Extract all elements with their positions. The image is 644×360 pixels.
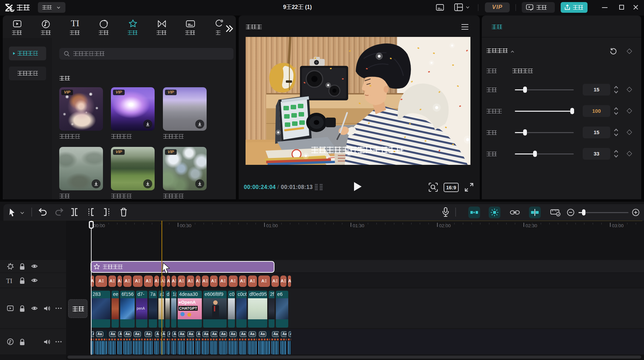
svg-text:A: A [188, 279, 191, 283]
svg-text:A: A [281, 279, 284, 283]
svg-text:A: A [250, 279, 253, 283]
svg-text:A: A [155, 279, 158, 283]
svg-text:A: A [167, 279, 170, 283]
svg-text:A: A [110, 279, 113, 283]
svg-text:A: A [98, 279, 102, 283]
svg-text:A: A [272, 279, 276, 283]
svg-text:A: A [135, 279, 138, 283]
svg-text:A: A [146, 279, 149, 283]
svg-text:A: A [125, 279, 128, 283]
svg-text:A: A [288, 279, 291, 283]
svg-text:A: A [118, 279, 121, 283]
svg-text:A: A [211, 279, 214, 283]
svg-text:A: A [196, 279, 199, 283]
svg-text:A: A [240, 279, 243, 283]
svg-text:A: A [230, 279, 233, 283]
svg-text:A: A [202, 279, 206, 283]
svg-text:A: A [220, 279, 224, 283]
svg-text:A: A [179, 279, 182, 283]
svg-text:A: A [261, 279, 264, 283]
svg-text:A: A [172, 279, 175, 283]
